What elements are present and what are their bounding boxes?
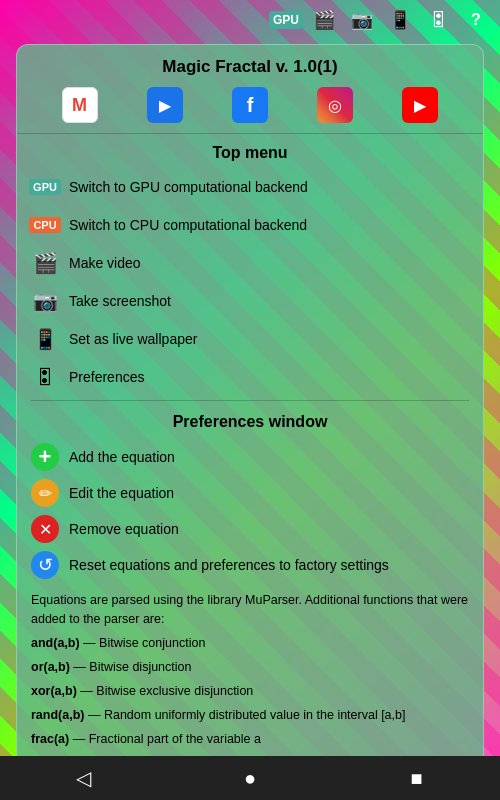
remove-equation-item[interactable]: ✕ Remove equation (17, 511, 483, 547)
gpu-menu-icon: GPU (31, 173, 59, 201)
edit-equation-icon: ✏ (31, 479, 59, 507)
reset-equations-icon: ↺ (31, 551, 59, 579)
video-label: Make video (69, 255, 141, 271)
video-menu-icon: 🎬 (31, 249, 59, 277)
add-equation-label: Add the equation (69, 449, 175, 465)
cpu-menu-item[interactable]: CPU Switch to CPU computational backend (17, 206, 483, 244)
wallpaper-menu-item[interactable]: 📱 Set as live wallpaper (17, 320, 483, 358)
edit-equation-item[interactable]: ✏ Edit the equation (17, 475, 483, 511)
section-divider (31, 400, 469, 401)
prefs-menu-icon: 🎛 (31, 363, 59, 391)
app-title: Magic Fractal v. 1.0(1) (17, 57, 483, 77)
youtube-button[interactable]: ▶ (402, 87, 438, 123)
prefs-label: Preferences (69, 369, 144, 385)
top-menu-section-title: Top menu (17, 134, 483, 168)
gpu-top-icon[interactable]: GPU (272, 6, 300, 34)
cpu-label: Switch to CPU computational backend (69, 217, 307, 233)
sliders-top-icon[interactable]: 🎛 (424, 6, 452, 34)
screenshot-menu-item[interactable]: 📷 Take screenshot (17, 282, 483, 320)
func-frac: frac(a) — Fractional part of the variabl… (17, 727, 483, 751)
help-top-icon[interactable]: ? (462, 6, 490, 34)
remove-equation-icon: ✕ (31, 515, 59, 543)
screenshot-menu-icon: 📷 (31, 287, 59, 315)
main-card: Magic Fractal v. 1.0(1) M ▶ f ◎ ▶ Top me… (16, 44, 484, 772)
play-button[interactable]: ▶ (147, 87, 183, 123)
camera-top-icon[interactable]: 📷 (348, 6, 376, 34)
edit-equation-label: Edit the equation (69, 485, 174, 501)
instagram-button[interactable]: ◎ (317, 87, 353, 123)
gpu-label: Switch to GPU computational backend (69, 179, 308, 195)
remove-equation-label: Remove equation (69, 521, 179, 537)
add-equation-icon: + (31, 443, 59, 471)
cpu-menu-icon: CPU (31, 211, 59, 239)
prefs-menu-item[interactable]: 🎛 Preferences (17, 358, 483, 396)
wallpaper-label: Set as live wallpaper (69, 331, 197, 347)
video-menu-item[interactable]: 🎬 Make video (17, 244, 483, 282)
screenshot-label: Take screenshot (69, 293, 171, 309)
info-text: Equations are parsed using the library M… (17, 583, 483, 631)
gmail-button[interactable]: M (62, 87, 98, 123)
reset-equations-item[interactable]: ↺ Reset equations and preferences to fac… (17, 547, 483, 583)
func-and: and(a,b) — Bitwise conjunction (17, 631, 483, 655)
home-button[interactable]: ● (230, 758, 270, 798)
facebook-button[interactable]: f (232, 87, 268, 123)
func-xor: xor(a,b) — Bitwise exclusive disjunction (17, 679, 483, 703)
func-rand: rand(a,b) — Random uniformly distributed… (17, 703, 483, 727)
social-icons-row: M ▶ f ◎ ▶ (17, 87, 483, 134)
back-button[interactable]: ◁ (63, 758, 103, 798)
wallpaper-menu-icon: 📱 (31, 325, 59, 353)
reset-equations-label: Reset equations and preferences to facto… (69, 557, 389, 573)
func-or: or(a,b) — Bitwise disjunction (17, 655, 483, 679)
add-equation-item[interactable]: + Add the equation (17, 439, 483, 475)
recent-button[interactable]: ■ (397, 758, 437, 798)
gpu-menu-item[interactable]: GPU Switch to GPU computational backend (17, 168, 483, 206)
pref-section-title: Preferences window (17, 405, 483, 439)
wallpaper-top-icon[interactable]: 📱 (386, 6, 414, 34)
video-top-icon[interactable]: 🎬 (310, 6, 338, 34)
top-bar: GPU 🎬 📷 📱 🎛 ? (0, 0, 500, 40)
bottom-nav: ◁ ● ■ (0, 756, 500, 800)
